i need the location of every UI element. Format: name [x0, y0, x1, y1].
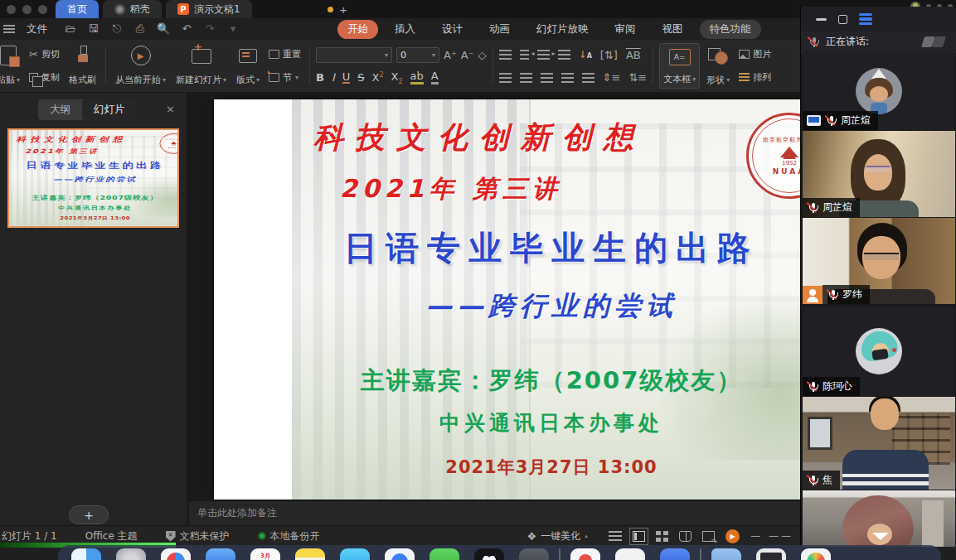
- change-case-icon[interactable]: AB: [626, 50, 641, 60]
- shapes-button[interactable]: 形状▾: [703, 43, 733, 89]
- export-icon[interactable]: ⎋: [110, 22, 124, 36]
- meeting-maximize-icon[interactable]: [838, 15, 847, 24]
- char-spacing-icon[interactable]: [⇅]: [600, 50, 618, 60]
- dock-app-calendar[interactable]: 3月: [250, 548, 280, 560]
- dock-app-photos[interactable]: [801, 548, 831, 560]
- open-icon[interactable]: 🗁: [64, 22, 77, 36]
- slide-topline1[interactable]: 科技文化创新创想: [313, 118, 645, 158]
- tab-view[interactable]: 视图: [653, 20, 693, 39]
- align-right-icon[interactable]: [541, 73, 553, 83]
- decrease-indent-icon[interactable]: [537, 50, 550, 60]
- dock-app-folder[interactable]: [711, 548, 741, 560]
- add-slide-button[interactable]: +: [69, 505, 109, 524]
- underline-button[interactable]: U: [342, 71, 351, 84]
- increase-font-icon[interactable]: A⁺: [444, 50, 457, 60]
- format-painter-button[interactable]: 格式刷: [66, 43, 99, 89]
- dock-app-mail[interactable]: [206, 548, 235, 560]
- tab-home[interactable]: 首页: [56, 0, 99, 18]
- increase-indent-icon[interactable]: [558, 50, 570, 60]
- section-button[interactable]: 节▾: [266, 70, 303, 84]
- play-from-current-button[interactable]: ▶ 从当前开始▾: [112, 43, 169, 89]
- slide-thumbnail-1[interactable]: 科技文化创新创想 2021年 第三讲 南京航空航天大学1952NUAA 日语专业…: [7, 128, 179, 228]
- participant-tile-2[interactable]: 周芷煊: [803, 131, 955, 217]
- tab-document[interactable]: P演示文稿1: [166, 0, 252, 18]
- undo-icon[interactable]: ↶: [180, 22, 193, 36]
- dock-app-blueapp[interactable]: [660, 548, 690, 560]
- font-color-button[interactable]: A: [431, 70, 439, 84]
- dock-app-launchpad[interactable]: [116, 548, 146, 560]
- font-size-combo[interactable]: 0▾: [396, 47, 439, 63]
- text-direction-icon[interactable]: ↓A: [579, 49, 592, 60]
- new-tab-button[interactable]: +: [340, 2, 347, 17]
- font-family-combo[interactable]: ▾: [316, 47, 392, 63]
- dock-app-facetime[interactable]: [340, 548, 370, 560]
- presenter-view-icon[interactable]: [702, 531, 715, 542]
- tab-outline[interactable]: 大纲: [38, 99, 82, 120]
- slide-speaker[interactable]: 主讲嘉宾：罗纬（2007级校友）: [292, 364, 800, 398]
- notes-area[interactable]: 单击此处添加备注: [188, 500, 800, 525]
- slide-organization[interactable]: 中兴通讯日本办事处: [292, 409, 800, 437]
- justify-icon[interactable]: [561, 73, 574, 83]
- tab-slideshow[interactable]: 幻灯片放映: [527, 20, 599, 39]
- save-icon[interactable]: 🖫: [87, 22, 100, 36]
- slide-sorter-icon[interactable]: [656, 531, 668, 542]
- arrange-button[interactable]: 排列: [736, 70, 774, 84]
- bullets-icon[interactable]: [499, 50, 512, 60]
- subscript-button[interactable]: X2: [391, 70, 403, 85]
- tab-docer[interactable]: 稻壳: [103, 0, 162, 18]
- meeting-minimize-icon[interactable]: [816, 18, 827, 21]
- clear-format-icon[interactable]: ◇: [478, 50, 487, 60]
- quickbar-caret-icon[interactable]: ▾: [226, 22, 240, 36]
- file-menu[interactable]: 文件: [20, 21, 54, 38]
- slide-canvas[interactable]: 科技文化创新创想 2021年 第三讲 南京航空航天大学 1952 NUAA 日语…: [214, 99, 800, 500]
- dock-app-screenshot[interactable]: [756, 548, 786, 560]
- layout-button[interactable]: 版式▾: [233, 43, 263, 89]
- tab-insert[interactable]: 插入: [385, 20, 425, 39]
- dock-app-safari[interactable]: [161, 548, 191, 560]
- dock-app-qq[interactable]: [474, 548, 504, 560]
- reading-view-icon[interactable]: [679, 531, 692, 542]
- tab-review[interactable]: 审阅: [605, 20, 646, 39]
- decrease-font-icon[interactable]: A⁻: [461, 50, 474, 60]
- slide-datetime[interactable]: 2021年3月27日 13:00: [292, 456, 800, 479]
- dock-app-notes[interactable]: [295, 548, 325, 560]
- redo-icon[interactable]: ↷: [203, 22, 216, 36]
- participant-tile-1[interactable]: 周芷煊: [803, 51, 955, 130]
- copy-button[interactable]: 复制: [27, 70, 62, 84]
- dock-app-whiteapp[interactable]: [615, 548, 645, 560]
- notes-toggle-icon[interactable]: [609, 531, 622, 542]
- cut-button[interactable]: ✂剪切: [27, 47, 62, 61]
- slide-subtitle[interactable]: ——跨行业的尝试: [292, 288, 800, 325]
- more-participants-icon[interactable]: [872, 533, 889, 540]
- maximize-window-icon[interactable]: [38, 5, 47, 14]
- slideshow-play-icon[interactable]: ▶: [725, 529, 740, 543]
- italic-button[interactable]: I: [332, 71, 335, 84]
- traffic-lights[interactable]: [7, 5, 47, 14]
- dock-app-finder[interactable]: [71, 548, 101, 560]
- distribute-icon[interactable]: [582, 73, 594, 83]
- print-icon[interactable]: ⎙: [133, 22, 147, 36]
- tab-design[interactable]: 设计: [432, 20, 473, 39]
- tab-features[interactable]: 特色功能: [700, 20, 761, 39]
- picture-button[interactable]: 图片: [736, 47, 774, 61]
- meeting-menu-icon[interactable]: [859, 13, 872, 26]
- tab-animation[interactable]: 动画: [479, 20, 520, 39]
- minimize-window-icon[interactable]: [22, 5, 32, 14]
- beautify-button[interactable]: ❖一键美化▴: [527, 529, 588, 543]
- dock-app-reddot[interactable]: [570, 548, 600, 560]
- hamburger-icon[interactable]: [3, 25, 15, 33]
- column-spacing-icon[interactable]: ⇅≡: [628, 72, 647, 83]
- dock-app-wechat[interactable]: [429, 548, 459, 560]
- tab-slides[interactable]: 幻灯片: [82, 99, 137, 120]
- slide-editor[interactable]: 科技文化创新创想 2021年 第三讲 南京航空航天大学 1952 NUAA 日语…: [187, 93, 800, 500]
- participant-tile-5[interactable]: 焦: [803, 397, 955, 490]
- align-left-icon[interactable]: [499, 73, 512, 83]
- protection-status[interactable]: 文档未保护: [166, 529, 230, 543]
- superscript-button[interactable]: X2: [372, 71, 384, 84]
- close-window-icon[interactable]: [7, 5, 16, 14]
- backup-status[interactable]: 本地备份开: [258, 529, 320, 543]
- dock-app-appstore[interactable]: [385, 548, 415, 560]
- align-center-icon[interactable]: [520, 73, 532, 83]
- participant-tile-4[interactable]: 陈珂心: [803, 307, 955, 396]
- zoom-out-control[interactable]: — ——: [750, 530, 793, 542]
